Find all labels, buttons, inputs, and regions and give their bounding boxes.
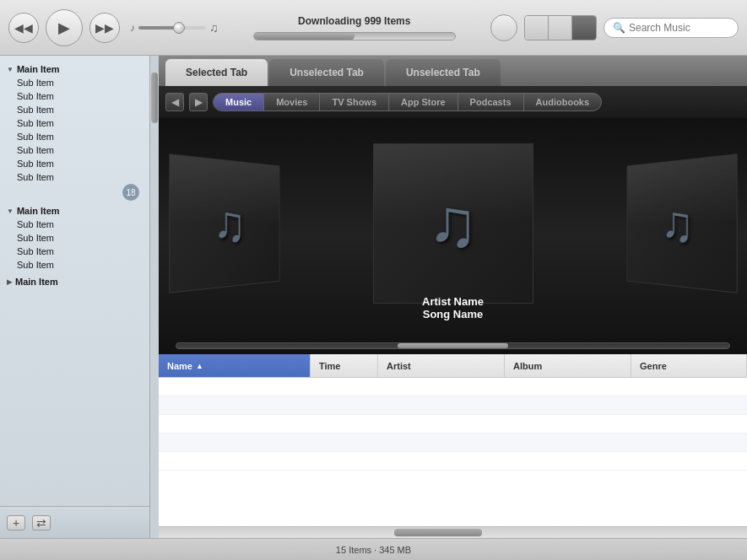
album-art-left1: ♫ bbox=[169, 153, 279, 293]
add-button[interactable]: + bbox=[7, 515, 25, 530]
toolbar: ◀◀ ▶ ▶▶ ♪ ♫ Downloading 999 Items 🔍 bbox=[0, 0, 747, 56]
tabs-row: Selected Tab Unselected Tab Unselected T… bbox=[159, 56, 747, 86]
search-box[interactable]: 🔍 bbox=[604, 18, 739, 38]
sidebar-sub-item-1-2[interactable]: Sub Item bbox=[0, 89, 149, 103]
col-header-album[interactable]: Album bbox=[505, 354, 631, 377]
album-card-right1[interactable]: ♫ bbox=[626, 153, 737, 293]
cover-flow-container: ♫ ♫ ♫ ♫ bbox=[159, 118, 747, 354]
tab-unselected-1[interactable]: Unselected Tab bbox=[269, 59, 384, 86]
triangle-icon-1: ▼ bbox=[7, 66, 14, 73]
col-header-genre[interactable]: Genre bbox=[631, 354, 747, 377]
sidebar: ▼ Main Item Sub Item Sub Item Sub Item S… bbox=[0, 56, 150, 538]
triangle-icon-3: ▶ bbox=[7, 278, 12, 286]
view-btn-coverflow[interactable] bbox=[572, 16, 596, 40]
sidebar-main-item-2[interactable]: ▼ Main Item bbox=[0, 204, 149, 218]
circle-button[interactable] bbox=[490, 14, 517, 41]
sidebar-sub-item-2-2[interactable]: Sub Item bbox=[0, 231, 149, 245]
sidebar-sub-item-1-1[interactable]: Sub Item bbox=[0, 76, 149, 89]
tab-unselected-2[interactable]: Unselected Tab bbox=[386, 59, 501, 86]
nav-music[interactable]: Music bbox=[214, 94, 264, 110]
next-button[interactable]: ▶▶ bbox=[89, 13, 120, 43]
sidebar-sub-item-1-3[interactable]: Sub Item bbox=[0, 103, 149, 116]
sidebar-main-item-3[interactable]: ▶ Main Item bbox=[0, 275, 149, 288]
sidebar-sub-item-1-7[interactable]: Sub Item bbox=[0, 157, 149, 170]
volume-max-icon: ♫ bbox=[209, 21, 219, 35]
artist-info: Artist Name Song Name bbox=[422, 295, 484, 320]
sidebar-sub-item-2-3[interactable]: Sub Item bbox=[0, 245, 149, 258]
tab-selected[interactable]: Selected Tab bbox=[165, 59, 268, 86]
song-name: Song Name bbox=[422, 308, 484, 320]
album-art-right1: ♫ bbox=[626, 153, 737, 293]
album-card-left1[interactable]: ♫ bbox=[169, 153, 279, 293]
col-header-time[interactable]: Time bbox=[311, 354, 378, 377]
nav-podcasts[interactable]: Podcasts bbox=[458, 94, 524, 110]
sort-arrow-icon: ▲ bbox=[196, 362, 203, 370]
badge-1: 18 bbox=[122, 184, 139, 201]
sidebar-sub-item-2-1[interactable]: Sub Item bbox=[0, 218, 149, 231]
main-layout: ▼ Main Item Sub Item Sub Item Sub Item S… bbox=[0, 56, 747, 538]
sidebar-sub-item-1-8[interactable]: Sub Item bbox=[0, 170, 149, 184]
nav-forward-button[interactable]: ▶ bbox=[189, 93, 208, 111]
badge-container-1: 18 bbox=[0, 184, 149, 201]
status-bar: 15 Items · 345 MB bbox=[0, 538, 747, 560]
view-btn-grid[interactable] bbox=[549, 16, 572, 40]
table-row[interactable] bbox=[159, 396, 747, 415]
volume-min-icon: ♪ bbox=[130, 22, 135, 34]
table-row[interactable] bbox=[159, 452, 747, 471]
cover-flow[interactable]: ♫ ♫ ♫ ♫ bbox=[159, 118, 747, 354]
toolbar-right: 🔍 bbox=[490, 14, 739, 41]
music-note-left1: ♫ bbox=[212, 194, 245, 254]
shuffle-button[interactable]: ⇄ bbox=[32, 515, 51, 530]
col-header-name[interactable]: Name ▲ bbox=[159, 354, 311, 377]
col-album-label: Album bbox=[513, 361, 542, 371]
sidebar-main-label-1: Main Item bbox=[17, 64, 60, 74]
h-scrollbar-thumb bbox=[394, 529, 483, 536]
triangle-icon-2: ▼ bbox=[7, 207, 14, 215]
sidebar-sub-item-1-5[interactable]: Sub Item bbox=[0, 130, 149, 143]
sidebar-section-1: ▼ Main Item Sub Item Sub Item Sub Item S… bbox=[0, 62, 149, 201]
status-text: 15 Items · 345 MB bbox=[336, 545, 411, 555]
sidebar-section-2: ▼ Main Item Sub Item Sub Item Sub Item S… bbox=[0, 204, 149, 272]
horizontal-scrollbar[interactable] bbox=[159, 526, 747, 538]
nav-tv-shows[interactable]: TV Shows bbox=[320, 94, 389, 110]
cover-flow-scroll-thumb bbox=[398, 343, 508, 348]
nav-movies[interactable]: Movies bbox=[264, 94, 320, 110]
sidebar-main-label-2: Main Item bbox=[17, 206, 60, 216]
nav-back-button[interactable]: ◀ bbox=[165, 93, 184, 111]
downloading-title: Downloading 999 Items bbox=[298, 15, 410, 27]
nav-pill: Music Movies TV Shows App Store Podcasts… bbox=[213, 93, 602, 111]
nav-app-store[interactable]: App Store bbox=[389, 94, 458, 110]
nav-audiobooks[interactable]: Audiobooks bbox=[524, 94, 602, 110]
volume-area: ♪ ♫ bbox=[130, 21, 219, 35]
view-buttons bbox=[524, 15, 597, 40]
sidebar-sub-item-2-4[interactable]: Sub Item bbox=[0, 258, 149, 272]
col-header-artist[interactable]: Artist bbox=[378, 354, 505, 377]
sidebar-sub-item-1-4[interactable]: Sub Item bbox=[0, 116, 149, 130]
table-row[interactable] bbox=[159, 415, 747, 433]
progress-bar-fill bbox=[254, 33, 355, 40]
progress-area: Downloading 999 Items bbox=[225, 15, 484, 40]
sidebar-content: ▼ Main Item Sub Item Sub Item Sub Item S… bbox=[0, 56, 149, 506]
sidebar-footer: + ⇄ bbox=[0, 506, 149, 538]
prev-button[interactable]: ◀◀ bbox=[8, 13, 39, 43]
sidebar-container: ▼ Main Item Sub Item Sub Item Sub Item S… bbox=[0, 56, 159, 538]
artist-name: Artist Name bbox=[422, 295, 484, 308]
album-card-center[interactable]: ♫ bbox=[373, 143, 533, 304]
col-artist-label: Artist bbox=[387, 361, 411, 371]
table-row[interactable] bbox=[159, 378, 747, 396]
play-button[interactable]: ▶ bbox=[46, 9, 83, 46]
sidebar-scroll-thumb bbox=[151, 73, 158, 123]
view-btn-list[interactable] bbox=[525, 16, 549, 40]
volume-slider[interactable] bbox=[138, 26, 206, 30]
search-icon: 🔍 bbox=[613, 22, 625, 34]
col-name-label: Name bbox=[167, 361, 192, 371]
search-input[interactable] bbox=[629, 22, 730, 34]
sidebar-main-item-1[interactable]: ▼ Main Item bbox=[0, 62, 149, 76]
table-row[interactable] bbox=[159, 433, 747, 452]
sidebar-scrollbar[interactable] bbox=[150, 56, 159, 538]
music-note-center: ♫ bbox=[428, 185, 479, 262]
cover-flow-scrollbar[interactable] bbox=[176, 342, 730, 349]
sidebar-section-3: ▶ Main Item bbox=[0, 275, 149, 288]
col-genre-label: Genre bbox=[640, 361, 667, 371]
sidebar-sub-item-1-6[interactable]: Sub Item bbox=[0, 143, 149, 157]
